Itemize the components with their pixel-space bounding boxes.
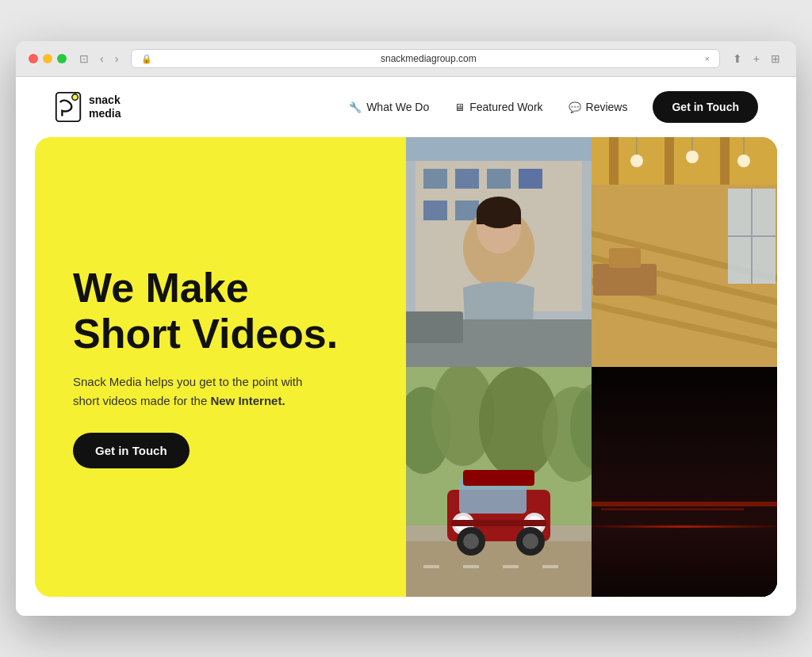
browser-titlebar: ⊡ ‹ › 🔒 snackmediagroup.com × ⬆ + ⊞: [16, 41, 796, 77]
logo-icon: [54, 91, 82, 123]
svg-rect-65: [601, 508, 744, 510]
sidebar-toggle[interactable]: ⊡: [76, 51, 92, 67]
hero-image-interior: [592, 137, 777, 367]
car-image-svg: [406, 367, 592, 597]
wrench-icon: 🔧: [349, 101, 362, 113]
svg-point-59: [523, 533, 538, 549]
hero-section: We Make Short Videos. Snack Media helps …: [16, 137, 796, 616]
svg-rect-8: [423, 201, 447, 220]
svg-rect-48: [503, 565, 519, 568]
website-content: snack media 🔧 What We Do 🖥 Featured Work…: [16, 77, 796, 616]
maximize-button[interactable]: [57, 54, 67, 63]
browser-window: ⊡ ‹ › 🔒 snackmediagroup.com × ⬆ + ⊞: [16, 41, 796, 616]
traffic-lights: [29, 54, 67, 63]
svg-rect-61: [463, 470, 534, 486]
nav-what-we-do[interactable]: 🔧 What We Do: [349, 101, 429, 113]
hero-image-grid: [406, 137, 777, 597]
svg-rect-17: [406, 311, 463, 343]
navigation: snack media 🔧 What We Do 🖥 Featured Work…: [16, 77, 796, 137]
hero-left-content: We Make Short Videos. Snack Media helps …: [35, 137, 406, 597]
minimize-button[interactable]: [43, 54, 52, 63]
hero-inner: We Make Short Videos. Snack Media helps …: [35, 137, 777, 597]
lock-icon: 🔒: [141, 54, 152, 64]
svg-point-23: [630, 155, 643, 167]
url-text: snackmediagroup.com: [159, 53, 698, 64]
forward-button[interactable]: ›: [112, 51, 122, 67]
nav-featured-work[interactable]: 🖥 Featured Work: [454, 101, 542, 113]
svg-rect-4: [423, 169, 447, 189]
svg-rect-6: [487, 169, 511, 189]
back-button[interactable]: ‹: [97, 51, 107, 67]
svg-rect-15: [477, 212, 521, 224]
hero-image-person: [406, 137, 592, 367]
hero-title: We Make Short Videos.: [73, 265, 368, 356]
browser-controls: ⊡ ‹ ›: [76, 51, 121, 67]
person-image-svg: [406, 137, 592, 367]
share-button[interactable]: ⬆: [730, 51, 745, 67]
svg-point-25: [737, 155, 750, 167]
dark-image-svg: [592, 367, 777, 597]
svg-rect-11: [406, 137, 592, 161]
svg-rect-64: [592, 502, 777, 506]
svg-rect-37: [609, 248, 641, 268]
interior-image-svg: [592, 137, 777, 367]
svg-rect-20: [609, 137, 619, 185]
svg-rect-7: [519, 169, 542, 189]
svg-point-24: [686, 151, 699, 163]
nav-reviews[interactable]: 💬 Reviews: [569, 101, 628, 113]
logo-text: snack media: [89, 94, 121, 120]
address-bar[interactable]: 🔒 snackmediagroup.com ×: [131, 49, 719, 68]
logo[interactable]: snack media: [54, 91, 121, 123]
svg-rect-49: [542, 565, 558, 568]
chat-icon: 💬: [569, 101, 581, 113]
svg-rect-66: [592, 525, 777, 527]
grid-button[interactable]: ⊞: [768, 51, 783, 67]
svg-rect-22: [720, 137, 730, 185]
tab-close-icon[interactable]: ×: [704, 54, 709, 63]
hero-image-dark: [592, 367, 777, 597]
svg-rect-47: [463, 565, 479, 568]
new-tab-button[interactable]: +: [750, 51, 763, 67]
svg-rect-5: [455, 169, 479, 189]
svg-rect-63: [592, 367, 777, 597]
close-button[interactable]: [29, 54, 38, 63]
hero-subtitle: Snack Media helps you get to the point w…: [73, 372, 327, 411]
svg-rect-45: [406, 541, 592, 597]
svg-point-57: [463, 533, 479, 549]
svg-rect-46: [423, 565, 439, 568]
monitor-icon: 🖥: [454, 101, 465, 113]
hero-image-car: [406, 367, 592, 597]
nav-get-in-touch-button[interactable]: Get in Touch: [653, 91, 758, 123]
browser-actions: ⬆ + ⊞: [730, 51, 783, 67]
svg-rect-21: [665, 137, 674, 185]
svg-rect-36: [593, 264, 657, 296]
nav-links: 🔧 What We Do 🖥 Featured Work 💬 Reviews G…: [349, 91, 758, 123]
svg-rect-60: [451, 520, 546, 526]
svg-rect-9: [455, 201, 479, 220]
hero-get-in-touch-button[interactable]: Get in Touch: [73, 433, 190, 468]
svg-point-1: [72, 94, 79, 101]
